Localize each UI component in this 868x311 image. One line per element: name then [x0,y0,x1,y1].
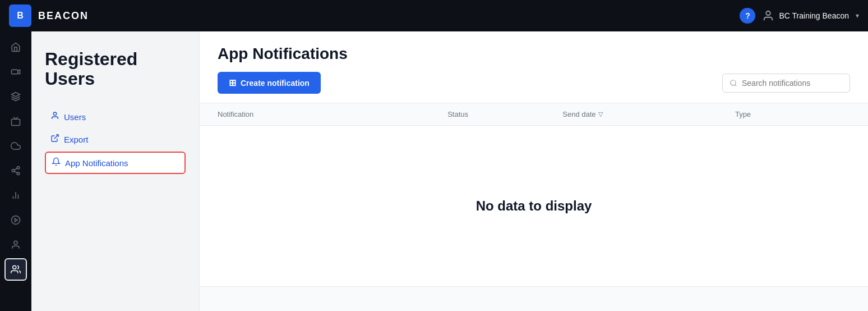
col-header-status: Status [447,110,562,118]
table-header: Notification Status Send date ▽ Type [200,103,868,126]
export-nav-icon [50,134,59,145]
search-icon [730,79,737,87]
svg-point-7 [17,172,20,175]
sidebar-icon-play[interactable] [4,209,27,231]
sidebar-icon-video[interactable] [4,61,27,83]
svg-point-6 [12,170,15,172]
svg-marker-2 [18,70,20,74]
toolbar: ⊞ Create notification [218,72,850,94]
app-notifications-nav-icon [52,157,61,168]
content-header: App Notifications ⊞ Create notification [200,31,868,103]
search-input[interactable] [742,79,843,88]
user-name-label: BC Training Beacon [779,11,849,20]
top-navigation: B BEACON ? BC Training Beacon ▾ [0,0,868,31]
beacon-logo-icon: B [9,4,31,27]
main-content: App Notifications ⊞ Create notification … [200,31,868,311]
svg-point-13 [12,216,20,225]
empty-state: No data to display [200,126,868,286]
page-title: App Notifications [218,45,850,63]
svg-point-0 [767,11,770,15]
svg-rect-4 [12,119,20,125]
svg-point-15 [14,241,17,244]
nav-left: B BEACON [9,4,89,27]
sidebar-icon-cloud[interactable] [4,135,27,157]
sidebar-icon-share[interactable] [4,159,27,182]
nav-right: ? BC Training Beacon ▾ [740,8,859,24]
svg-point-16 [13,266,16,269]
table-footer [200,286,868,311]
nav-item-export-label: Export [64,135,88,144]
svg-line-20 [735,84,737,86]
left-panel-nav: Users Export App Notifications [45,107,186,174]
nav-item-users[interactable]: Users [45,107,186,127]
panel-title: Registered Users [45,49,186,89]
sidebar-icon-analytics[interactable] [4,184,27,207]
svg-marker-14 [15,218,18,222]
user-menu[interactable]: BC Training Beacon ▾ [762,10,859,22]
empty-state-message: No data to display [476,198,592,214]
sidebar-icon-layers[interactable] [4,85,27,108]
beacon-brand-name: BEACON [38,10,89,22]
sidebar-icon-tv[interactable] [4,110,27,132]
create-notification-button[interactable]: ⊞ Create notification [218,72,321,94]
svg-line-18 [54,135,58,139]
main-layout: Registered Users Users Export App Notifi… [0,31,868,311]
col-header-type: Type [735,110,850,118]
svg-rect-1 [12,70,18,74]
svg-line-8 [14,171,17,173]
nav-item-export[interactable]: Export [45,129,186,149]
sidebar-icon-home[interactable] [4,36,27,58]
col-header-send-date[interactable]: Send date ▽ [562,110,735,118]
sidebar-icons [0,31,31,311]
svg-point-5 [17,167,20,170]
sort-icon: ▽ [598,111,603,118]
svg-point-19 [731,80,736,85]
sidebar-icon-registered-users[interactable] [4,258,27,281]
nav-item-app-notifications[interactable]: App Notifications [45,152,186,174]
svg-marker-3 [12,93,20,97]
users-nav-icon [50,111,59,122]
create-btn-label: Create notification [241,79,310,88]
nav-item-users-label: Users [64,112,86,122]
user-avatar-icon [762,10,774,22]
col-header-notification: Notification [218,110,447,118]
help-button[interactable]: ? [740,8,755,24]
create-icon: ⊞ [229,77,236,88]
sidebar-icon-person[interactable] [4,234,27,256]
svg-point-17 [53,112,56,115]
left-panel: Registered Users Users Export App Notifi… [31,31,200,311]
search-container [722,74,850,93]
chevron-down-icon: ▾ [856,12,859,20]
nav-item-app-notifications-label: App Notifications [65,158,128,168]
svg-line-9 [14,168,17,170]
